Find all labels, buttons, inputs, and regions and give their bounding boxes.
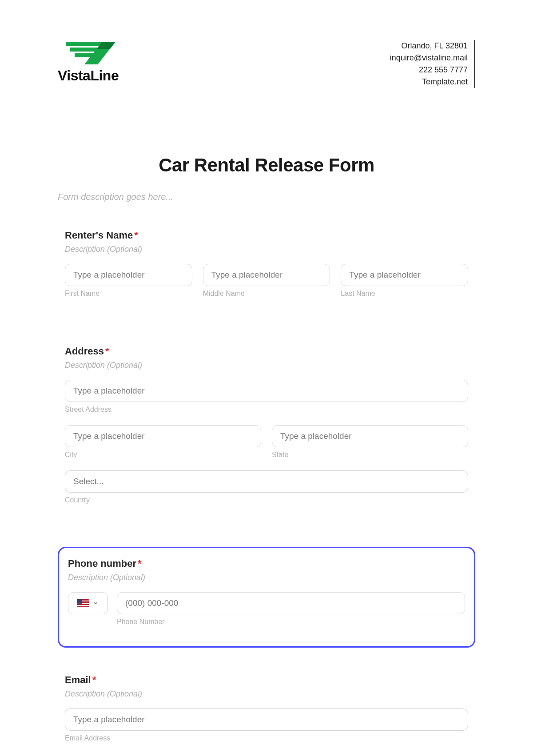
chevron-down-icon — [92, 600, 99, 606]
required-star: * — [105, 346, 109, 357]
section-address: Address* Description (Optional) Street A… — [58, 340, 475, 525]
country-sublabel: Country — [65, 496, 468, 504]
contact-block: Orlando, FL 32801 inquire@vistaline.mail… — [390, 40, 475, 88]
email-field-sublabel: Email Address — [65, 734, 468, 742]
svg-rect-0 — [66, 42, 102, 46]
page: VistaLine Orlando, FL 32801 inquire@vist… — [0, 0, 533, 755]
state-sublabel: State — [272, 451, 468, 459]
country-select[interactable] — [65, 470, 468, 493]
street-address-input[interactable] — [65, 380, 468, 402]
phone-number-field-sublabel: Phone Number — [117, 618, 465, 626]
email-input[interactable] — [65, 708, 468, 731]
contact-address: Orlando, FL 32801 — [390, 40, 468, 52]
contact-site: Template.net — [390, 76, 468, 88]
city-sublabel: City — [65, 451, 261, 459]
last-name-input[interactable] — [341, 264, 468, 286]
form-title: Car Rental Release Form — [58, 155, 475, 176]
phone-number-sublabel[interactable]: Description (Optional) — [68, 573, 465, 582]
email-label: Email* — [65, 674, 468, 686]
middle-name-input[interactable] — [203, 264, 330, 286]
section-email: Email* Description (Optional) Email Addr… — [58, 669, 475, 755]
header: VistaLine Orlando, FL 32801 inquire@vist… — [58, 40, 475, 88]
city-input[interactable] — [65, 425, 261, 447]
phone-number-input[interactable] — [117, 592, 465, 614]
phone-number-label: Phone number* — [68, 558, 465, 569]
country-code-select[interactable] — [68, 592, 108, 614]
flag-us-icon — [77, 599, 89, 607]
first-name-sublabel: First Name — [65, 290, 192, 298]
required-star: * — [134, 230, 138, 241]
first-name-input[interactable] — [65, 264, 192, 286]
contact-phone: 222 555 7777 — [390, 64, 468, 76]
middle-name-sublabel: Middle Name — [203, 290, 330, 298]
street-address-sublabel: Street Address — [65, 406, 468, 414]
renters-name-label: Renter's Name* — [65, 230, 468, 241]
address-label: Address* — [65, 346, 468, 357]
vistaline-logo-icon — [60, 40, 117, 67]
address-sublabel[interactable]: Description (Optional) — [65, 361, 468, 370]
logo-block: VistaLine — [58, 40, 119, 84]
last-name-sublabel: Last Name — [341, 290, 468, 298]
required-star: * — [92, 674, 96, 685]
form-description[interactable]: Form description goes here... — [58, 192, 475, 202]
renters-name-sublabel[interactable]: Description (Optional) — [65, 245, 468, 254]
section-renters-name: Renter's Name* Description (Optional) Fi… — [58, 224, 475, 319]
contact-email: inquire@vistaline.mail — [390, 52, 468, 64]
required-star: * — [138, 558, 142, 569]
brand-name: VistaLine — [58, 68, 119, 84]
section-phone-number[interactable]: Phone number* Description (Optional) Pho… — [58, 547, 475, 648]
email-sublabel[interactable]: Description (Optional) — [65, 689, 468, 699]
state-input[interactable] — [272, 425, 468, 447]
